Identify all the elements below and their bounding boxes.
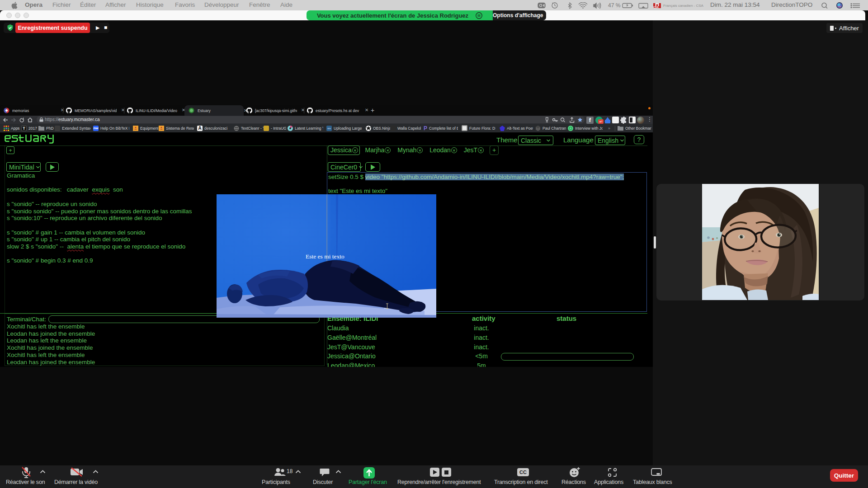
svg-text:CSA: CSA [653, 6, 659, 9]
svg-text:Este es mi texto: Este es mi texto [306, 253, 344, 260]
svg-text:47 %: 47 % [608, 2, 621, 9]
